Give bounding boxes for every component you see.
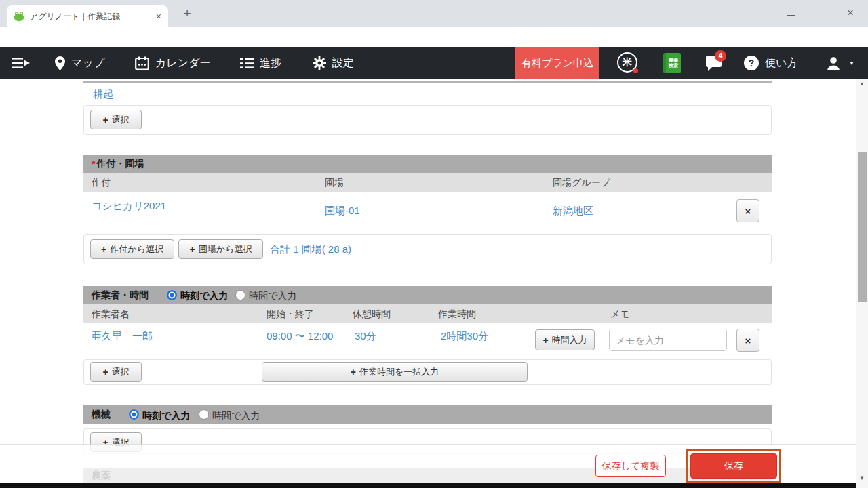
save-button-highlight-box: 保存 — [686, 449, 781, 483]
work-kind-link[interactable]: 耕起 — [93, 88, 113, 101]
rice-notification-dot — [633, 68, 638, 73]
radio-label-machine-clock[interactable]: 時刻で入力 — [142, 410, 190, 422]
crop-link[interactable]: コシヒカリ2021 — [92, 200, 166, 213]
row-divider — [83, 357, 772, 357]
col-field-group: 圃場グループ — [553, 177, 610, 189]
plus-icon: + — [351, 367, 356, 378]
select-label: 選択 — [112, 366, 130, 378]
chevron-down-icon: ▼ — [849, 60, 854, 66]
radio-worker-clock-input[interactable] — [167, 290, 177, 300]
browser-toolbar: agri-note.jp/b/reports.html#/work ゲスト ⋮ — [0, 27, 868, 47]
col-start-end: 開始・終了 — [267, 308, 314, 321]
worker-time-column-headers: 作業者名 開始・終了 休憩時間 作業時間 メモ — [83, 304, 772, 323]
sidebar-toggle-icon[interactable] — [12, 47, 31, 79]
select-from-field-button[interactable]: + 圃場から選択 — [178, 239, 263, 259]
browser-tab-bar: アグリノート｜作業記録 × + × — [0, 0, 868, 27]
row-divider — [83, 230, 772, 230]
browser-window: アグリノート｜作業記録 × + × agri-note.jp/b/reports… — [0, 0, 868, 488]
work-kind-box — [83, 105, 772, 135]
nav-label-settings: 設定 — [332, 56, 354, 70]
nav-item-map[interactable]: マップ — [55, 47, 104, 79]
window-minimize-button[interactable] — [787, 15, 795, 16]
worker-break-time[interactable]: 30分 — [355, 330, 376, 343]
radio-label-worker-duration[interactable]: 時間で入力 — [249, 290, 296, 302]
col-crop: 作付 — [92, 177, 111, 189]
question-icon: ? — [744, 56, 759, 70]
worker-start-end[interactable]: 09:00 〜 12:00 — [267, 330, 333, 343]
account-menu[interactable]: ▼ — [826, 47, 854, 79]
col-memo: メモ — [610, 308, 630, 321]
nav-item-help[interactable]: ? 使い方 — [744, 47, 797, 79]
col-field: 圃場 — [325, 177, 344, 189]
form-footer: 保存して複製 保存 — [0, 444, 856, 483]
required-mark: * — [92, 159, 95, 169]
field-link[interactable]: 圃場-01 — [325, 205, 360, 218]
radio-machine-clock-input[interactable] — [129, 409, 139, 420]
field-group-link[interactable]: 新潟地区 — [553, 205, 593, 218]
book-text-2: 検索 — [669, 63, 678, 68]
plus-icon: + — [102, 115, 108, 125]
plus-icon: + — [542, 335, 548, 346]
memo-input[interactable] — [609, 329, 727, 351]
clipped-section-header — [83, 81, 772, 83]
nav-item-settings[interactable]: 設定 — [313, 47, 354, 79]
pesticide-search-book-icon[interactable]: 農薬 検索 — [663, 53, 681, 73]
progress-list-icon — [240, 58, 254, 69]
remove-field-row-button[interactable]: × — [736, 199, 760, 222]
section-title-worker-time: 作業者・時間 — [92, 289, 149, 302]
worker-name-link[interactable]: 亜久里 一郎 — [92, 330, 153, 343]
radio-machine-duration-input[interactable] — [199, 409, 209, 420]
app-navbar: マップ カレンダー 進捗 設定 有料プラン申込 米 農薬 検索 — [0, 47, 868, 79]
radio-worker-duration-input[interactable] — [235, 290, 245, 300]
save-and-duplicate-button[interactable]: 保存して複製 — [595, 455, 666, 477]
remove-worker-row-button[interactable]: × — [736, 329, 760, 352]
nav-item-progress[interactable]: 進捗 — [240, 47, 281, 79]
crop-field-column-headers: 作付 圃場 圃場グループ — [83, 173, 772, 192]
calendar-icon — [135, 56, 149, 70]
nav-label-progress: 進捗 — [260, 56, 281, 70]
save-button[interactable]: 保存 — [690, 453, 777, 479]
time-input-button[interactable]: + 時間入力 — [535, 329, 595, 350]
bulk-time-input-button[interactable]: + 作業時間を一括入力 — [262, 362, 528, 382]
worker-select-button[interactable]: + 選択 — [90, 362, 142, 382]
gear-icon — [313, 56, 326, 70]
scrollbar-thumb[interactable] — [858, 152, 867, 302]
window-close-button[interactable]: × — [847, 6, 854, 20]
row-divider — [325, 192, 772, 192]
select-label: 選択 — [112, 114, 130, 126]
plus-icon: + — [190, 244, 195, 255]
book-text-1: 農薬 — [669, 58, 678, 63]
section-header-crop-field: * 作付・圃場 — [83, 155, 772, 173]
radio-label-worker-clock[interactable]: 時刻で入力 — [180, 290, 228, 302]
scroll-up-icon[interactable]: ▲ — [856, 81, 868, 87]
scroll-down-icon[interactable]: ▼ — [856, 475, 868, 481]
window-bottom-edge — [0, 483, 856, 488]
notification-badge: 4 — [715, 50, 726, 62]
nav-item-calendar[interactable]: カレンダー — [135, 47, 211, 79]
col-work-time: 作業時間 — [438, 308, 476, 321]
agrinote-favicon-icon — [14, 11, 24, 22]
worker-work-time[interactable]: 2時間30分 — [441, 330, 488, 343]
window-maximize-button[interactable] — [818, 9, 825, 16]
tab-close-icon[interactable]: × — [156, 11, 161, 22]
select-from-crop-button[interactable]: + 作付から選択 — [90, 239, 174, 259]
user-icon — [826, 56, 841, 70]
nav-label-calendar: カレンダー — [155, 56, 211, 70]
section-title-machine: 機械 — [92, 409, 111, 421]
map-pin-icon — [55, 56, 65, 70]
work-kind-select-button[interactable]: + 選択 — [90, 110, 142, 129]
section-title-crop-field: 作付・圃場 — [96, 158, 144, 170]
new-tab-button[interactable]: + — [178, 4, 197, 23]
nav-label-help: 使い方 — [765, 56, 797, 70]
tab-title: アグリノート｜作業記録 — [30, 11, 151, 22]
col-break-time: 休憩時間 — [353, 308, 391, 321]
bulk-time-label: 作業時間を一括入力 — [359, 366, 439, 378]
browser-tab[interactable]: アグリノート｜作業記録 × — [7, 5, 168, 27]
field-total-text: 合計 1 圃場( 28 a) — [270, 243, 351, 256]
plus-icon: + — [102, 367, 108, 378]
nav-label-map: マップ — [71, 56, 104, 70]
notifications-icon[interactable]: 4 — [705, 55, 723, 73]
select-from-crop-label: 作付から選択 — [110, 243, 163, 256]
paid-plan-button[interactable]: 有料プラン申込 — [515, 47, 599, 79]
radio-label-machine-duration[interactable]: 時間で入力 — [212, 410, 260, 422]
